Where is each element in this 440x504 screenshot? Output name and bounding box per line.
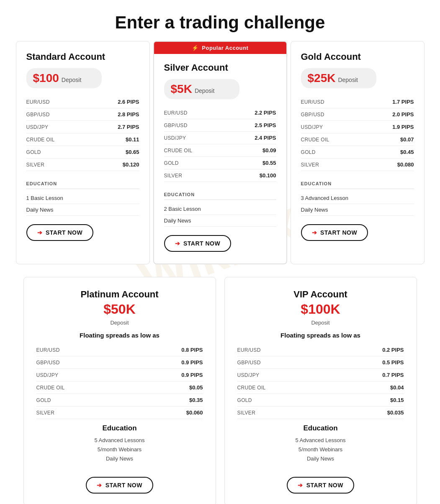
vip-deposit-amount: $100K [301, 302, 340, 317]
edu-item: Daily News [237, 454, 404, 463]
gold-title: Gold Account [301, 51, 414, 62]
table-row: SILVER$0.035 [237, 407, 404, 419]
table-row: CRUDE OIL$0.09 [164, 144, 276, 157]
platinum-floating-label: Floating spreads as low as [36, 332, 203, 339]
table-row: GOLD$0.55 [164, 157, 276, 169]
table-row: GOLD$0.15 [237, 394, 404, 407]
gold-deposit-box: $25K Deposit [301, 68, 376, 88]
vip-btn-container: ➔ START NOW [237, 468, 404, 494]
silver-deposit-amount: $5K [171, 82, 192, 96]
table-row: EUR/USD2.2 PIPS [164, 107, 276, 119]
platinum-deposit-label: Deposit [36, 320, 203, 326]
table-row: GBP/USD2.8 PIPS [26, 108, 139, 121]
start-icon: ➔ [312, 229, 317, 236]
table-row: USD/JPY2.4 PIPS [164, 132, 276, 144]
silver-specs-table: EUR/USD2.2 PIPS GBP/USD2.5 PIPS USD/JPY2… [164, 107, 276, 182]
standard-education-label: EDUCATION [26, 177, 139, 189]
table-row: GBP/USD2.5 PIPS [164, 119, 276, 132]
table-row: EUR/USD0.2 PIPS [237, 344, 404, 356]
start-icon: ➔ [298, 482, 303, 489]
edu-item: 5 Advanced Lessons [237, 436, 404, 445]
vip-deposit-wide: $100K [237, 302, 404, 317]
vip-title: VIP Account [237, 289, 404, 300]
edu-item: 3 Advanced Lesson [301, 192, 414, 204]
standard-deposit-amount: $100 [33, 72, 59, 85]
silver-deposit-label: Deposit [195, 87, 214, 94]
silver-card: ⚡ Popular Account Silver Account $5K Dep… [153, 41, 287, 264]
gold-specs-table: EUR/USD1.7 PIPS GBP/USD2.0 PIPS USD/JPY1… [301, 96, 414, 171]
platinum-btn-container: ➔ START NOW [36, 468, 203, 494]
bottom-cards-container: Platinum Account $50K Deposit Floating s… [0, 264, 440, 504]
table-row: GOLD$0.35 [36, 394, 203, 407]
vip-edu-title: Education [237, 424, 404, 432]
gold-education-label: EDUCATION [301, 177, 414, 189]
standard-deposit-label: Deposit [62, 77, 81, 83]
edu-item: Daily News [301, 204, 414, 216]
vip-start-button[interactable]: ➔ START NOW [287, 477, 354, 494]
table-row: EUR/USD2.6 PIPS [26, 96, 139, 108]
silver-title: Silver Account [164, 62, 276, 73]
table-row: GBP/USD0.5 PIPS [237, 356, 404, 369]
edu-item: 5/month Webinars [237, 445, 404, 454]
table-row: GBP/USD2.0 PIPS [301, 108, 414, 121]
platinum-edu-title: Education [36, 424, 203, 432]
table-row: CRUDE OIL$0.11 [26, 133, 139, 146]
table-row: USD/JPY1.9 PIPS [301, 121, 414, 133]
table-row: GBP/USD0.9 PIPS [36, 356, 203, 369]
table-row: SILVER$0.100 [164, 169, 276, 182]
table-row: SILVER$0.060 [36, 407, 203, 419]
standard-start-button[interactable]: ➔ START NOW [26, 224, 94, 241]
table-row: EUR/USD0.8 PIPS [36, 344, 203, 356]
edu-item: 2 Basic Lesson [164, 203, 276, 215]
silver-deposit-box: $5K Deposit [164, 79, 239, 99]
table-row: GOLD$0.45 [301, 146, 414, 159]
table-row: USD/JPY2.7 PIPS [26, 121, 139, 133]
vip-specs-table: EUR/USD0.2 PIPS GBP/USD0.5 PIPS USD/JPY0… [237, 344, 404, 419]
edu-item: 5 Advanced Lessons [36, 436, 203, 445]
edu-item: Daily News [164, 215, 276, 227]
vip-floating-label: Floating spreads as low as [237, 332, 404, 339]
table-row: EUR/USD1.7 PIPS [301, 96, 414, 108]
gold-card: Gold Account $25K Deposit EUR/USD1.7 PIP… [291, 41, 425, 264]
standard-card: Standard Account $100 Deposit EUR/USD2.6… [16, 41, 150, 264]
gold-start-button[interactable]: ➔ START NOW [301, 224, 368, 241]
table-row: SILVER$0.120 [26, 159, 139, 171]
table-row: USD/JPY0.7 PIPS [237, 369, 404, 381]
platinum-edu-list: 5 Advanced Lessons 5/month Webinars Dail… [36, 436, 203, 463]
standard-title: Standard Account [26, 51, 139, 62]
gold-deposit-amount: $25K [308, 72, 336, 85]
vip-edu-list: 5 Advanced Lessons 5/month Webinars Dail… [237, 436, 404, 463]
edu-item: Daily News [26, 204, 139, 216]
start-icon: ➔ [97, 482, 102, 489]
table-row: CRUDE OIL$0.04 [237, 381, 404, 394]
vip-card: VIP Account $100K Deposit Floating sprea… [224, 277, 417, 504]
page-title: Enter a trading challenge [0, 0, 440, 41]
table-row: SILVER$0.080 [301, 159, 414, 171]
edu-item: 5/month Webinars [36, 445, 203, 454]
vip-deposit-label: Deposit [237, 320, 404, 326]
platinum-start-button[interactable]: ➔ START NOW [86, 477, 153, 494]
platinum-deposit-wide: $50K [36, 302, 203, 317]
platinum-title: Platinum Account [36, 289, 203, 300]
silver-start-button[interactable]: ➔ START NOW [164, 235, 232, 252]
standard-specs-table: EUR/USD2.6 PIPS GBP/USD2.8 PIPS USD/JPY2… [26, 96, 139, 171]
table-row: GOLD$0.65 [26, 146, 139, 159]
edu-item: Daily News [36, 454, 203, 463]
platinum-card: Platinum Account $50K Deposit Floating s… [23, 277, 216, 504]
gold-deposit-label: Deposit [338, 77, 358, 83]
start-icon: ➔ [175, 240, 180, 247]
platinum-specs-table: EUR/USD0.8 PIPS GBP/USD0.9 PIPS USD/JPY0… [36, 344, 203, 419]
lightning-icon: ⚡ [192, 45, 199, 51]
start-icon: ➔ [37, 229, 43, 236]
top-cards-container: Standard Account $100 Deposit EUR/USD2.6… [0, 41, 440, 264]
popular-badge: ⚡ Popular Account [154, 42, 286, 54]
platinum-deposit-amount: $50K [103, 302, 136, 317]
table-row: CRUDE OIL$0.05 [36, 381, 203, 394]
silver-education-label: EDUCATION [164, 188, 276, 200]
standard-deposit-box: $100 Deposit [26, 68, 102, 88]
table-row: USD/JPY0.9 PIPS [36, 369, 203, 381]
edu-item: 1 Basic Lesson [26, 192, 139, 204]
table-row: CRUDE OIL$0.07 [301, 133, 414, 146]
